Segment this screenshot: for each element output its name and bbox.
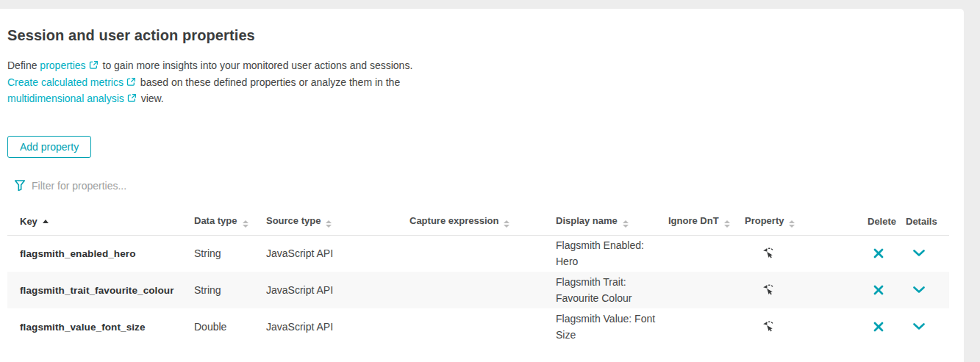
add-property-button[interactable]: Add property — [7, 136, 91, 158]
x-icon — [873, 322, 884, 332]
column-header-delete: Delete — [868, 209, 906, 236]
capture-expression-cell — [409, 235, 556, 272]
funnel-icon — [15, 180, 25, 191]
ignore-dnt-cell — [668, 308, 745, 345]
column-label: Source type — [266, 215, 321, 226]
details-cell — [906, 272, 949, 308]
source-type-cell: JavaScript API — [266, 272, 409, 308]
link-label: Create calculated metrics — [7, 76, 124, 88]
data-type-cell: Double — [194, 308, 266, 345]
create-calculated-metrics-link[interactable]: Create calculated metrics — [7, 76, 137, 88]
link-label: properties — [40, 59, 85, 71]
display-name-cell: Flagsmith Value: Font Size — [556, 308, 668, 345]
capture-expression-cell — [409, 308, 556, 345]
description: Define properties to gain more insights … — [7, 57, 964, 107]
details-expand-button[interactable] — [912, 322, 926, 332]
column-header-ignore-dnt[interactable]: Ignore DnT — [668, 209, 745, 236]
column-header-details: Details — [906, 209, 949, 236]
key-cell: flagsmith_trait_favourite_colour — [7, 272, 194, 308]
table-header-row: Key Data type Source type Capture expres… — [7, 209, 949, 236]
key-cell: flagsmith_enabled_hero — [7, 235, 194, 272]
display-name-text: Flagsmith Enabled: Hero — [556, 237, 656, 269]
column-label: Details — [906, 216, 937, 227]
description-text: view. — [138, 93, 164, 104]
sort-arrows-icon — [724, 220, 730, 228]
chevron-down-icon — [913, 286, 925, 294]
description-line: Create calculated metrics based on these… — [7, 74, 964, 91]
sort-arrows-icon — [326, 220, 332, 228]
details-expand-button[interactable] — [912, 285, 926, 295]
source-type-cell: JavaScript API — [266, 235, 409, 272]
delete-button[interactable] — [872, 283, 885, 297]
data-type-cell: String — [194, 235, 266, 272]
user-action-icon — [761, 246, 774, 259]
sort-arrows-icon — [504, 220, 509, 228]
capture-expression-cell — [409, 272, 556, 308]
table-row: flagsmith_enabled_hero String JavaScript… — [7, 235, 949, 272]
delete-button[interactable] — [872, 320, 885, 333]
column-label: Key — [20, 216, 37, 227]
x-icon — [873, 248, 884, 258]
page-title: Session and user action properties — [7, 27, 964, 44]
display-name-cell: Flagsmith Enabled: Hero — [556, 235, 668, 272]
multidimensional-analysis-link[interactable]: multidimensional analysis — [7, 93, 138, 104]
delete-cell — [868, 272, 906, 308]
property-cell — [745, 308, 868, 345]
external-link-icon — [127, 93, 137, 103]
column-label: Data type — [194, 215, 237, 226]
user-action-icon — [761, 283, 774, 296]
chevron-down-icon — [913, 250, 925, 257]
properties-link[interactable]: properties — [40, 59, 99, 71]
description-text: based on these defined properties or ana… — [137, 76, 400, 88]
details-cell — [906, 308, 949, 345]
x-icon — [873, 285, 884, 295]
data-type-cell: String — [194, 272, 266, 308]
column-header-property[interactable]: Property — [745, 209, 868, 236]
source-type-cell: JavaScript API — [266, 308, 409, 345]
ignore-dnt-cell — [668, 272, 745, 308]
column-label: Ignore DnT — [668, 215, 719, 226]
key-cell: flagsmith_value_font_size — [7, 308, 194, 345]
table-row: flagsmith_trait_favourite_colour String … — [7, 272, 949, 308]
sort-arrows-icon — [243, 220, 248, 228]
display-name-cell: Flagsmith Trait: Favourite Colour — [556, 272, 668, 308]
column-label: Property — [745, 215, 784, 226]
chevron-down-icon — [913, 323, 925, 330]
details-cell — [906, 235, 949, 272]
content-card: Session and user action properties Defin… — [0, 9, 964, 362]
description-text: to gain more insights into your monitore… — [100, 59, 413, 71]
filter-bar — [7, 178, 964, 193]
link-label: multidimensional analysis — [7, 93, 124, 104]
description-text: Define — [7, 59, 40, 71]
column-header-capture-expression[interactable]: Capture expression — [409, 209, 556, 236]
display-name-text: Flagsmith Trait: Favourite Colour — [556, 274, 656, 306]
user-action-icon — [761, 319, 774, 333]
description-line: multidimensional analysis view. — [7, 90, 964, 107]
page: { "colors": { "accent_teal": "#00a1b2", … — [0, 0, 980, 362]
details-expand-button[interactable] — [912, 248, 926, 258]
ignore-dnt-cell — [668, 235, 745, 272]
table-row: flagsmith_value_font_size Double JavaScr… — [7, 308, 949, 345]
column-label: Delete — [868, 216, 896, 227]
property-cell — [745, 235, 868, 272]
delete-button[interactable] — [872, 247, 885, 260]
column-header-source-type[interactable]: Source type — [266, 209, 409, 236]
display-name-text: Flagsmith Value: Font Size — [556, 311, 656, 343]
column-label: Capture expression — [409, 215, 498, 226]
column-header-display-name[interactable]: Display name — [556, 209, 668, 236]
table-body: flagsmith_enabled_hero String JavaScript… — [7, 235, 949, 345]
property-cell — [745, 272, 868, 308]
sort-arrows-icon — [623, 220, 629, 228]
properties-table: Key Data type Source type Capture expres… — [7, 209, 949, 346]
column-header-key[interactable]: Key — [7, 209, 194, 236]
caret-up-icon — [43, 220, 49, 223]
column-header-data-type[interactable]: Data type — [194, 209, 266, 236]
sort-arrows-icon — [789, 220, 795, 228]
column-label: Display name — [556, 215, 618, 226]
table-header: Key Data type Source type Capture expres… — [7, 209, 949, 236]
external-link-icon — [89, 60, 99, 70]
delete-cell — [868, 308, 906, 345]
external-link-icon — [126, 77, 136, 87]
filter-input[interactable] — [32, 180, 340, 192]
description-line: Define properties to gain more insights … — [7, 57, 964, 74]
